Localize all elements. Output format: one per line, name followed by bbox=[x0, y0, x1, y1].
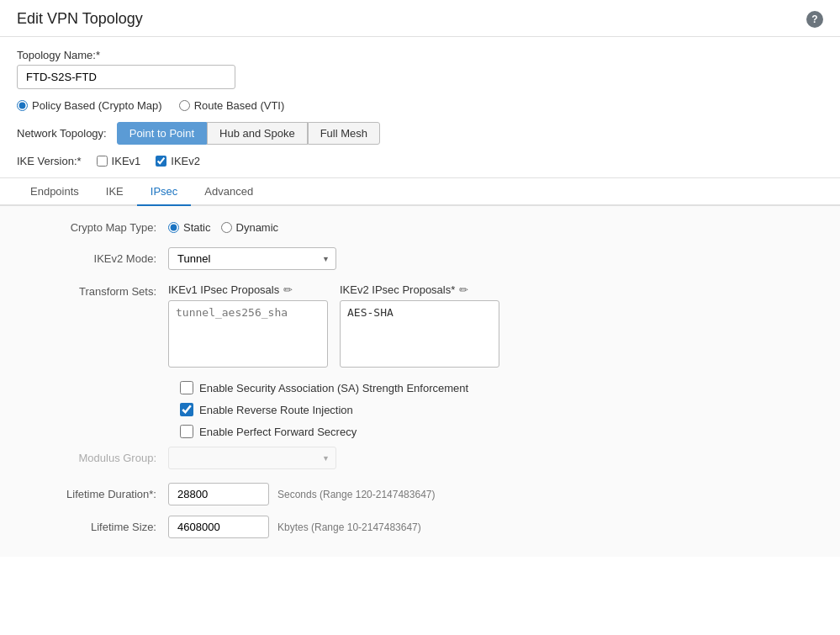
transform-sets-row: Transform Sets: IKEv1 IPsec Proposals ✏ … bbox=[34, 283, 823, 368]
dynamic-label: Dynamic bbox=[236, 221, 279, 234]
ikev2-mode-select[interactable]: Tunnel Transport bbox=[168, 247, 336, 270]
ikev2-label: IKEv2 bbox=[171, 155, 200, 167]
topology-name-section: Topology Name:* Policy Based (Crypto Map… bbox=[0, 37, 840, 167]
topology-name-row: Topology Name:* bbox=[17, 49, 823, 89]
route-based-label: Route Based (VTI) bbox=[194, 99, 285, 112]
tab-ipsec[interactable]: IPsec bbox=[137, 178, 192, 206]
ikev2-mode-select-wrapper: Tunnel Transport bbox=[168, 247, 336, 270]
lifetime-size-hint: Kbytes (Range 10-2147483647) bbox=[277, 521, 421, 533]
ipsec-tab-content: Crypto Map Type: Static Dynamic IKEv2 Mo… bbox=[0, 206, 840, 557]
rri-row: Enable Reverse Route Injection bbox=[180, 403, 823, 416]
pfs-checkbox[interactable] bbox=[180, 425, 193, 438]
policy-based-label: Policy Based (Crypto Map) bbox=[32, 99, 162, 112]
ikev2-proposals-textarea[interactable]: AES-SHA bbox=[340, 300, 499, 368]
pfs-checkbox-label[interactable]: Enable Perfect Forward Secrecy bbox=[180, 425, 357, 438]
ikev1-checkbox[interactable]: IKEv1 bbox=[97, 155, 141, 167]
ikev2-mode-row: IKEv2 Mode: Tunnel Transport bbox=[34, 247, 823, 270]
route-based-radio[interactable]: Route Based (VTI) bbox=[179, 99, 285, 112]
ikev2-proposals-col: IKEv2 IPsec Proposals* ✏ AES-SHA bbox=[340, 283, 499, 368]
ike-version-label: IKE Version:* bbox=[17, 155, 82, 167]
topology-type-group: Policy Based (Crypto Map) Route Based (V… bbox=[17, 99, 823, 112]
static-radio[interactable]: Static bbox=[168, 221, 211, 234]
pfs-row: Enable Perfect Forward Secrecy bbox=[180, 425, 823, 438]
ikev2-proposals-header: IKEv2 IPsec Proposals* ✏ bbox=[340, 283, 499, 296]
crypto-map-type-label: Crypto Map Type: bbox=[34, 221, 168, 234]
topo-btn-group: Point to Point Hub and Spoke Full Mesh bbox=[117, 122, 380, 145]
lifetime-duration-label: Lifetime Duration*: bbox=[34, 488, 168, 500]
sa-strength-checkbox-label[interactable]: Enable Security Association (SA) Strengt… bbox=[180, 381, 468, 394]
ikev2-mode-label: IKEv2 Mode: bbox=[34, 252, 168, 265]
help-icon[interactable]: ? bbox=[806, 11, 823, 28]
sa-strength-row: Enable Security Association (SA) Strengt… bbox=[180, 381, 823, 394]
lifetime-size-label: Lifetime Size: bbox=[34, 521, 168, 533]
topo-btn-point-to-point[interactable]: Point to Point bbox=[117, 122, 207, 145]
ikev1-label: IKEv1 bbox=[112, 155, 141, 167]
rri-checkbox-label[interactable]: Enable Reverse Route Injection bbox=[180, 403, 353, 416]
topo-btn-hub-spoke[interactable]: Hub and Spoke bbox=[207, 122, 308, 145]
ikev1-proposals-textarea[interactable] bbox=[168, 300, 328, 368]
ikev1-proposals-col: IKEv1 IPsec Proposals ✏ bbox=[168, 283, 328, 368]
lifetime-duration-row: Lifetime Duration*: Seconds (Range 120-2… bbox=[34, 483, 823, 505]
network-topology-label: Network Topology: bbox=[17, 127, 107, 140]
lifetime-size-row: Lifetime Size: Kbytes (Range 10-21474836… bbox=[34, 516, 823, 538]
sa-strength-label: Enable Security Association (SA) Strengt… bbox=[199, 382, 468, 394]
lifetime-duration-input[interactable] bbox=[168, 483, 269, 505]
transform-sets-label: Transform Sets: bbox=[34, 283, 168, 298]
tabs-row: Endpoints IKE IPsec Advanced bbox=[0, 178, 840, 206]
page-title: Edit VPN Topology bbox=[17, 10, 143, 28]
tab-advanced[interactable]: Advanced bbox=[191, 178, 267, 206]
topo-btn-full-mesh[interactable]: Full Mesh bbox=[308, 122, 380, 145]
modulus-group-select[interactable] bbox=[168, 447, 336, 469]
page-container: Edit VPN Topology ? Topology Name:* Poli… bbox=[0, 0, 840, 635]
rri-label: Enable Reverse Route Injection bbox=[199, 404, 353, 416]
lifetime-duration-hint: Seconds (Range 120-2147483647) bbox=[277, 489, 435, 500]
modulus-group-row: Modulus Group: bbox=[34, 447, 823, 469]
pfs-label: Enable Perfect Forward Secrecy bbox=[199, 426, 357, 438]
modulus-group-label: Modulus Group: bbox=[34, 452, 168, 464]
network-topology-row: Network Topology: Point to Point Hub and… bbox=[17, 122, 823, 145]
ikev1-proposals-header: IKEv1 IPsec Proposals ✏ bbox=[168, 283, 328, 296]
topology-name-input[interactable] bbox=[17, 65, 235, 89]
static-label: Static bbox=[183, 221, 211, 234]
tab-ike[interactable]: IKE bbox=[92, 178, 137, 206]
dynamic-radio[interactable]: Dynamic bbox=[221, 221, 279, 234]
topology-name-label: Topology Name:* bbox=[17, 49, 823, 61]
ikev1-edit-icon[interactable]: ✏ bbox=[283, 283, 293, 296]
sa-strength-checkbox[interactable] bbox=[180, 381, 193, 394]
lifetime-size-input[interactable] bbox=[168, 516, 269, 538]
transform-sets-content: IKEv1 IPsec Proposals ✏ IKEv2 IPsec Prop… bbox=[168, 283, 499, 368]
ikev2-checkbox[interactable]: IKEv2 bbox=[156, 155, 200, 167]
crypto-map-type-options: Static Dynamic bbox=[168, 221, 278, 234]
header: Edit VPN Topology ? bbox=[0, 0, 840, 37]
modulus-select-wrapper bbox=[168, 447, 336, 469]
ikev2-edit-icon[interactable]: ✏ bbox=[459, 283, 468, 296]
crypto-map-type-row: Crypto Map Type: Static Dynamic bbox=[34, 221, 823, 234]
ike-version-row: IKE Version:* IKEv1 IKEv2 bbox=[17, 155, 823, 167]
ikev1-proposals-label: IKEv1 IPsec Proposals bbox=[168, 283, 279, 296]
tab-endpoints[interactable]: Endpoints bbox=[17, 178, 92, 206]
rri-checkbox[interactable] bbox=[180, 403, 193, 416]
ikev2-proposals-label: IKEv2 IPsec Proposals* bbox=[340, 283, 455, 296]
policy-based-radio[interactable]: Policy Based (Crypto Map) bbox=[17, 99, 162, 112]
